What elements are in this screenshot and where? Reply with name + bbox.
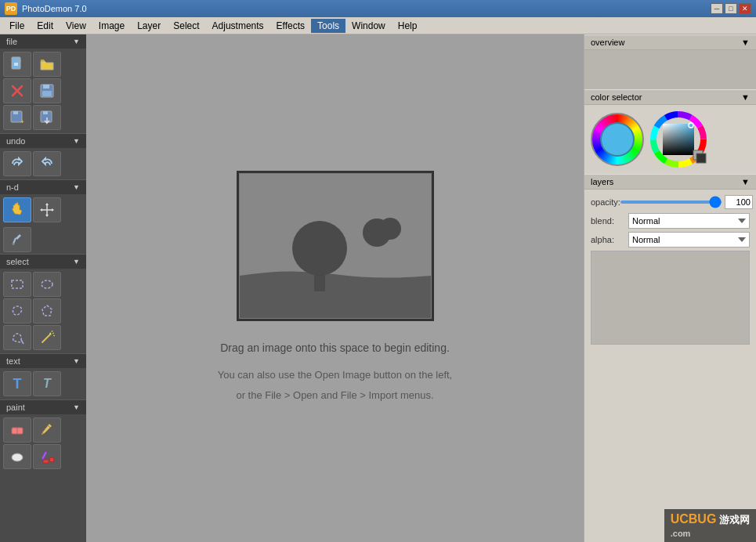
undo-button[interactable] — [3, 151, 31, 176]
close-file-button[interactable] — [3, 78, 31, 103]
svg-point-35 — [49, 457, 54, 462]
menu-effects[interactable]: Effects — [270, 19, 311, 33]
window-controls: ─ □ ✕ — [711, 3, 751, 14]
color-selector-label: color selector — [591, 92, 642, 102]
text-tool-button[interactable]: T — [3, 371, 31, 396]
svg-marker-18 — [40, 208, 42, 211]
chevron-down-icon: ▼ — [73, 403, 80, 411]
svg-point-23 — [42, 280, 52, 288]
open-file-button[interactable] — [33, 52, 61, 77]
svg-line-26 — [42, 334, 50, 342]
menu-adjustments[interactable]: Adjustments — [206, 19, 270, 33]
svg-rect-9 — [13, 111, 18, 114]
alpha-select[interactable]: Normal Multiply Screen Overlay — [628, 232, 750, 248]
soft-eraser-button[interactable] — [3, 444, 31, 469]
svg-point-21 — [13, 243, 15, 245]
text-tool-alt-button[interactable]: T — [33, 371, 61, 396]
left-toolbar: file ▼ — [0, 34, 86, 542]
freehand-select-button[interactable] — [3, 325, 31, 350]
right-panel: overview ▼ color selector ▼ — [584, 34, 756, 542]
svg-line-30 — [53, 335, 55, 336]
canvas-area: Drag an image onto this space to begin e… — [86, 34, 584, 542]
svg-marker-17 — [45, 215, 49, 217]
section-nd-header[interactable]: n-d ▼ — [0, 179, 86, 194]
svg-line-25 — [21, 340, 24, 344]
paint-bucket-button[interactable] — [33, 444, 61, 469]
menu-view[interactable]: View — [60, 19, 92, 33]
svg-marker-19 — [52, 208, 54, 211]
overview-area — [584, 50, 756, 89]
svg-rect-7 — [42, 91, 52, 96]
rect-select-button[interactable] — [3, 272, 31, 297]
pencil-button[interactable] — [33, 417, 61, 443]
menu-select[interactable]: Select — [167, 19, 205, 33]
section-file-label: file — [6, 37, 17, 46]
svg-rect-22 — [12, 280, 23, 288]
section-paint-header[interactable]: paint ▼ — [0, 399, 86, 414]
maximize-button[interactable]: □ — [725, 3, 737, 14]
svg-text:+: + — [20, 118, 24, 125]
ellipse-select-button[interactable] — [33, 272, 61, 297]
layers-header[interactable]: layers ▼ — [584, 174, 756, 190]
layers-area: opacity: ▲ ▼ ↩ ↪ blend: Normal Mult — [584, 190, 756, 352]
chevron-down-icon: ▼ — [73, 38, 80, 45]
color-selector-header[interactable]: color selector ▼ — [584, 89, 756, 105]
opacity-slider[interactable] — [620, 201, 722, 204]
save-as-button[interactable]: + — [3, 105, 31, 130]
hue-ring-svg — [650, 111, 707, 168]
chevron-down-icon: ▼ — [741, 177, 750, 186]
menu-edit[interactable]: Edit — [31, 19, 60, 33]
drag-line1: Drag an image onto this space to begin e… — [218, 337, 452, 359]
canvas-content: Drag an image onto this space to begin e… — [218, 171, 452, 406]
section-undo-label: undo — [6, 136, 25, 146]
layers-list-area — [591, 251, 750, 345]
watermark: UCBUG 游戏网 .com — [664, 509, 756, 542]
opacity-label: opacity: — [591, 197, 620, 207]
menu-tools[interactable]: Tools — [311, 19, 345, 33]
svg-line-29 — [52, 331, 52, 332]
eyedropper-button[interactable] — [3, 227, 31, 252]
alpha-label: alpha: — [591, 235, 628, 244]
magic-wand-button[interactable] — [33, 325, 61, 350]
export-button[interactable] — [33, 105, 61, 130]
hsl-color-wheel[interactable] — [591, 113, 644, 166]
move-tool-button[interactable] — [33, 197, 61, 222]
section-undo-tools — [0, 148, 86, 179]
blend-select[interactable]: Normal Multiply Screen Overlay Darken Li… — [628, 213, 750, 229]
menu-window[interactable]: Window — [345, 19, 392, 33]
opacity-input[interactable] — [725, 195, 753, 209]
overview-label: overview — [591, 38, 624, 47]
section-text-header[interactable]: text ▼ — [0, 353, 86, 368]
redo-button[interactable] — [33, 151, 61, 176]
section-select-header[interactable]: select ▼ — [0, 254, 86, 269]
svg-line-28 — [52, 333, 54, 334]
blend-row: blend: Normal Multiply Screen Overlay Da… — [591, 213, 750, 229]
section-file-header[interactable]: file ▼ — [0, 34, 86, 49]
color-wheel-inner — [600, 122, 635, 157]
menu-file[interactable]: File — [3, 19, 31, 33]
menu-help[interactable]: Help — [392, 19, 424, 33]
lasso-button[interactable] — [3, 298, 31, 323]
chevron-down-icon: ▼ — [73, 258, 80, 266]
section-file-tools: + — [0, 49, 86, 133]
svg-marker-16 — [45, 203, 49, 205]
placeholder-image — [237, 171, 434, 321]
hand-tool-button[interactable] — [3, 197, 31, 222]
layers-label: layers — [591, 177, 613, 186]
drag-line2: You can also use the Open Image button o… — [218, 365, 452, 385]
eraser-button[interactable] — [3, 417, 31, 443]
section-nd-tools — [0, 194, 86, 226]
overview-header[interactable]: overview ▼ — [584, 34, 756, 50]
chevron-down-icon: ▼ — [73, 137, 80, 145]
chevron-down-icon: ▼ — [73, 183, 80, 191]
close-button[interactable]: ✕ — [739, 3, 751, 14]
polygon-lasso-button[interactable] — [33, 298, 61, 323]
menu-image[interactable]: Image — [92, 19, 131, 33]
titlebar: PD PhotoDemon 7.0 ─ □ ✕ — [0, 0, 756, 17]
new-file-button[interactable] — [3, 52, 31, 77]
save-file-button[interactable] — [33, 78, 61, 103]
minimize-button[interactable]: ─ — [711, 3, 723, 14]
menu-layer[interactable]: Layer — [131, 19, 167, 33]
section-undo-header[interactable]: undo ▼ — [0, 133, 86, 148]
titlebar-left: PD PhotoDemon 7.0 — [5, 2, 87, 15]
